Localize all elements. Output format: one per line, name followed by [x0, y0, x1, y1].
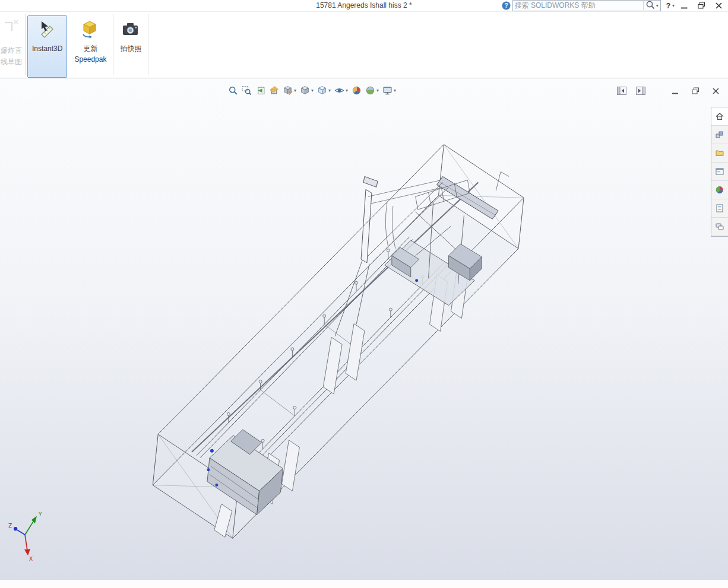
search-icon[interactable] [645, 0, 655, 11]
exploded-line-sketch-icon [0, 17, 21, 37]
tab-file-explorer[interactable] [711, 144, 728, 163]
doc-minimize-button[interactable] [669, 85, 682, 96]
tab-custom-properties[interactable] [711, 199, 728, 218]
document-window-controls [615, 85, 722, 96]
snapshot-camera-icon [120, 19, 141, 40]
previous-view-button[interactable] [254, 84, 267, 97]
view-settings-icon [382, 85, 393, 96]
forum-bubbles-icon [715, 222, 724, 231]
graphics-area[interactable]: Y X Z [0, 78, 728, 579]
help-dropdown-icon[interactable]: ▾ [672, 4, 675, 8]
tab-appearances-scenes[interactable] [711, 181, 728, 199]
previous-view-icon [255, 85, 265, 96]
zoom-to-area-icon [242, 85, 252, 96]
display-style-icon [317, 85, 327, 96]
instant3d-icon [37, 19, 58, 40]
3d-drawing-view-icon [283, 85, 293, 96]
search-placeholder: 搜索 SOLIDWORKS 帮助 [515, 1, 641, 11]
tab-solidworks-forum[interactable] [711, 218, 728, 236]
tab-view-palette[interactable] [711, 163, 728, 181]
restore-button[interactable] [694, 1, 709, 11]
svg-text:?: ? [504, 2, 508, 9]
dropdown-icon[interactable]: ▾ [376, 88, 379, 93]
minimize-button[interactable] [676, 1, 692, 11]
view-orientation-button[interactable]: ▾ [298, 84, 315, 97]
dropdown-icon[interactable]: ▾ [294, 88, 296, 93]
apply-scene-icon [365, 85, 375, 96]
edit-appearance-button[interactable] [350, 84, 363, 97]
expand-pane-icon [636, 87, 645, 95]
zoom-to-area-button[interactable] [240, 84, 254, 97]
search-input[interactable]: 搜索 SOLIDWORKS 帮助 ▾ [512, 0, 661, 11]
custom-properties-icon [715, 204, 724, 213]
help-button[interactable]: ? [666, 2, 670, 10]
command-ribbon: 爆炸直 线草图 Instant3D 更新 Speedpak [0, 12, 728, 78]
svg-text:X: X [29, 556, 33, 562]
view-settings-button[interactable]: ▾ [381, 84, 398, 97]
view-palette-icon [715, 167, 724, 176]
svg-text:Y: Y [38, 511, 42, 517]
ribbon-separator [148, 14, 148, 75]
tab-design-library[interactable] [711, 126, 728, 144]
task-pane-tabs [711, 107, 728, 237]
apply-scene-button[interactable]: ▾ [363, 84, 381, 97]
svg-text:Z: Z [8, 523, 12, 529]
dropdown-icon[interactable]: ▾ [346, 88, 348, 93]
expand-pane-button[interactable] [634, 85, 647, 96]
dropdown-icon[interactable]: ▾ [394, 88, 396, 93]
model-3d-assembly[interactable]: Y X Z [0, 78, 728, 579]
exploded-line-sketch-button: 爆炸直 线草图 [0, 12, 24, 78]
design-library-icon [715, 130, 724, 139]
hide-show-items-button[interactable]: ▾ [333, 84, 350, 97]
dropdown-icon[interactable]: ▾ [328, 88, 331, 93]
close-button[interactable] [711, 1, 726, 11]
tab-solidworks-resources[interactable] [711, 107, 728, 126]
zoom-to-fit-button[interactable] [226, 84, 240, 97]
appearances-ball-icon [715, 185, 724, 195]
section-view-icon [269, 85, 279, 96]
dropdown-icon[interactable]: ▾ [311, 88, 314, 93]
hide-show-items-icon [334, 85, 344, 96]
view-orientation-icon [300, 85, 310, 96]
update-speedpak-button[interactable]: 更新 Speedpak [69, 15, 111, 78]
update-speedpak-icon [80, 19, 101, 40]
heads-up-view-toolbar: ▾ ▾ ▾ ▾ [226, 84, 398, 97]
title-bar: 15781 Angereds Ishall hiss 2 * ? 搜索 SOLI… [0, 0, 728, 12]
zoom-to-fit-icon [228, 85, 238, 96]
solidworks-window: 15781 Angereds Ishall hiss 2 * ? 搜索 SOLI… [0, 0, 728, 588]
ribbon-separator [113, 14, 113, 75]
ribbon-separator [25, 14, 26, 75]
folder-icon [715, 148, 724, 158]
divider [643, 1, 644, 10]
status-bar [0, 579, 728, 588]
doc-restore-button[interactable] [689, 85, 702, 96]
reference-triad: Y X Z [8, 511, 42, 562]
help-circle-icon: ? [502, 1, 511, 10]
snapshot-button[interactable]: 拍快照 [115, 15, 146, 78]
home-icon [715, 112, 724, 121]
display-style-button[interactable]: ▾ [315, 84, 333, 97]
3d-drawing-view-button[interactable]: ▾ [281, 84, 298, 97]
section-view-button[interactable] [267, 84, 281, 97]
instant3d-button[interactable]: Instant3D [27, 15, 67, 78]
edit-appearance-icon [352, 85, 362, 96]
doc-close-button[interactable] [709, 85, 722, 96]
search-dropdown-icon[interactable]: ▾ [656, 4, 659, 8]
collapse-pane-icon [617, 87, 626, 95]
collapse-pane-button[interactable] [615, 85, 628, 96]
